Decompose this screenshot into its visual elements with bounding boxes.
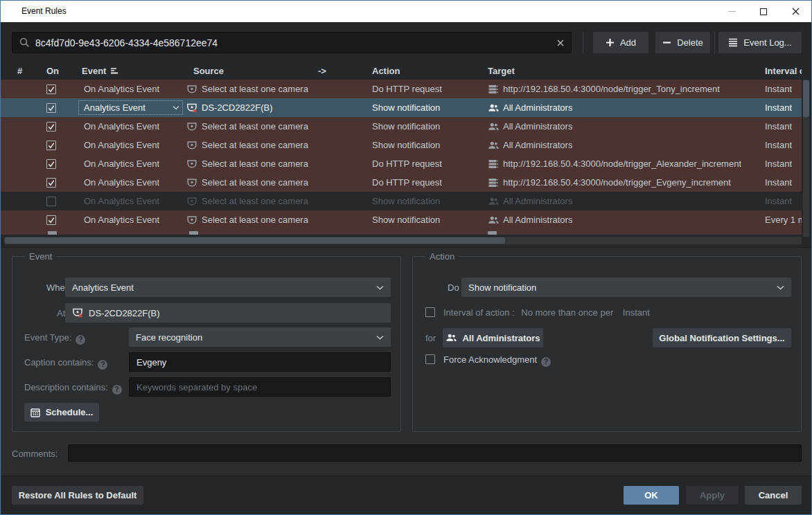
- event-cell[interactable]: On Analytics Event: [73, 80, 183, 98]
- table-row-partial[interactable]: [1, 229, 802, 235]
- help-icon[interactable]: ?: [98, 360, 107, 370]
- source-label: Select at least one camera: [202, 215, 308, 225]
- target-cell[interactable]: http://192.168.50.4:3000/node/trigger_Ev…: [484, 173, 761, 192]
- global-notification-settings-button[interactable]: Global Notification Settings...: [653, 328, 791, 347]
- schedule-button[interactable]: Schedule...: [24, 403, 99, 422]
- source-cell[interactable]: Select at least one camera: [183, 154, 312, 173]
- delete-button[interactable]: Delete: [655, 32, 710, 53]
- table-row[interactable]: On Analytics Event Select at least one c…: [1, 173, 802, 192]
- action-cell[interactable]: Do HTTP request: [368, 80, 484, 98]
- description-contains-input[interactable]: [129, 377, 391, 397]
- target-cell[interactable]: http://192.168.50.4:3000/node/trigger_Al…: [484, 154, 761, 173]
- source-cell[interactable]: Select at least one camera: [183, 80, 312, 98]
- vertical-scrollbar[interactable]: [803, 80, 809, 237]
- when-dropdown[interactable]: Analytics Event: [65, 278, 391, 297]
- column-header-arrow[interactable]: ->: [312, 66, 368, 76]
- horizontal-scrollbar-thumb[interactable]: [5, 237, 505, 244]
- maximize-button[interactable]: [748, 1, 779, 22]
- interval-cell[interactable]: Instant: [761, 154, 802, 173]
- event-cell[interactable]: On Analytics Event: [73, 210, 183, 229]
- column-header-event[interactable]: Event: [73, 66, 183, 76]
- event-cell[interactable]: On Analytics Event: [73, 154, 183, 173]
- column-header-target[interactable]: Target: [484, 66, 761, 76]
- caption-contains-input[interactable]: [129, 352, 391, 372]
- at-camera-button[interactable]: DS-2CD2822F(B): [65, 303, 391, 323]
- event-cell[interactable]: On Analytics Event: [73, 136, 183, 154]
- column-header-action[interactable]: Action: [368, 66, 484, 76]
- rule-enabled-checkbox[interactable]: [46, 197, 56, 206]
- interval-cell[interactable]: Instant: [761, 117, 802, 136]
- column-header-source[interactable]: Source: [183, 66, 312, 76]
- event-cell[interactable]: On Analytics Event: [73, 173, 183, 192]
- add-button[interactable]: Add: [593, 32, 648, 53]
- for-users-button[interactable]: All Administrators: [443, 328, 543, 347]
- event-type-dropdown[interactable]: Face recognition: [129, 327, 391, 347]
- rule-enabled-checkbox[interactable]: [46, 122, 56, 132]
- do-dropdown[interactable]: Show notification: [461, 278, 791, 297]
- column-header-number[interactable]: #: [1, 66, 37, 76]
- rule-enabled-checkbox[interactable]: [46, 215, 56, 225]
- table-row[interactable]: On Analytics Event Select at least one c…: [1, 210, 802, 229]
- action-cell[interactable]: Show notification: [368, 210, 484, 229]
- search-input[interactable]: [30, 37, 550, 48]
- target-cell[interactable]: All Administrators: [484, 117, 761, 136]
- interval-cell[interactable]: Instant: [761, 192, 802, 210]
- table-row[interactable]: On Analytics Event Select at least one c…: [1, 154, 802, 173]
- table-row[interactable]: On Analytics Event Select at least one c…: [1, 192, 802, 210]
- force-acknowledgment-checkbox[interactable]: [425, 354, 435, 364]
- table-row[interactable]: On Analytics Event Select at least one c…: [1, 136, 802, 154]
- event-log-button[interactable]: Event Log...: [718, 32, 802, 53]
- event-cell[interactable]: On Analytics Event: [73, 117, 183, 136]
- horizontal-scrollbar[interactable]: [4, 237, 802, 244]
- rule-enabled-checkbox[interactable]: [46, 141, 56, 150]
- target-cell[interactable]: All Administrators: [484, 210, 761, 229]
- action-cell[interactable]: Show notification: [368, 136, 484, 154]
- clear-search-button[interactable]: [550, 33, 571, 53]
- source-cell[interactable]: Select at least one camera: [183, 117, 312, 136]
- event-cell[interactable]: Analytics Event: [73, 98, 183, 117]
- close-button[interactable]: [779, 1, 811, 22]
- vertical-scrollbar-thumb[interactable]: [803, 80, 809, 117]
- help-icon[interactable]: ?: [76, 335, 85, 345]
- target-cell[interactable]: http://192.168.50.4:3000/node/trigger_To…: [484, 80, 761, 98]
- rule-enabled-checkbox[interactable]: [46, 178, 56, 188]
- source-cell[interactable]: Select at least one camera: [183, 136, 312, 154]
- ok-button[interactable]: OK: [624, 486, 679, 505]
- cancel-button[interactable]: Cancel: [745, 486, 802, 505]
- rule-enabled-checkbox[interactable]: [46, 84, 56, 94]
- interval-cell[interactable]: Instant: [761, 136, 802, 154]
- target-cell[interactable]: All Administrators: [484, 136, 761, 154]
- event-cell[interactable]: On Analytics Event: [73, 192, 183, 210]
- camera-icon: [186, 121, 197, 132]
- table-row[interactable]: On Analytics Event Select at least one c…: [1, 117, 802, 136]
- table-row[interactable]: On Analytics Event Select at least one c…: [1, 80, 802, 98]
- interval-of-action-checkbox[interactable]: [425, 307, 435, 317]
- source-cell[interactable]: Select at least one camera: [183, 210, 312, 229]
- interval-cell[interactable]: Instant: [761, 80, 802, 98]
- source-cell[interactable]: DS-2CD2822F(B): [183, 98, 312, 117]
- action-cell[interactable]: Show notification: [368, 192, 484, 210]
- restore-all-rules-button[interactable]: Restore All Rules to Default: [12, 486, 143, 505]
- interval-cell[interactable]: Every 1 min: [761, 210, 802, 229]
- column-header-on[interactable]: On: [37, 66, 73, 76]
- minimize-button[interactable]: [716, 1, 748, 22]
- interval-cell[interactable]: Instant: [761, 173, 802, 192]
- help-icon[interactable]: ?: [112, 385, 122, 395]
- action-cell[interactable]: Show notification: [368, 117, 484, 136]
- source-cell[interactable]: Select at least one camera: [183, 192, 312, 210]
- action-cell[interactable]: Show notification: [368, 98, 484, 117]
- table-row[interactable]: Analytics Event DS-2CD2822F(B) Show noti…: [1, 98, 802, 117]
- target-cell[interactable]: All Administrators: [484, 98, 761, 117]
- comments-input[interactable]: [68, 444, 802, 462]
- apply-button[interactable]: Apply: [686, 486, 739, 505]
- interval-cell[interactable]: Instant: [761, 98, 802, 117]
- target-cell[interactable]: All Administrators: [484, 192, 761, 210]
- rule-enabled-checkbox[interactable]: [46, 103, 56, 113]
- column-header-interval[interactable]: Interval of Action: [761, 66, 802, 76]
- rule-enabled-checkbox[interactable]: [46, 159, 56, 169]
- arrow-cell: [312, 154, 368, 173]
- help-icon[interactable]: ?: [541, 357, 551, 367]
- source-cell[interactable]: Select at least one camera: [183, 173, 312, 192]
- action-cell[interactable]: Do HTTP request: [368, 173, 484, 192]
- action-cell[interactable]: Do HTTP request: [368, 154, 484, 173]
